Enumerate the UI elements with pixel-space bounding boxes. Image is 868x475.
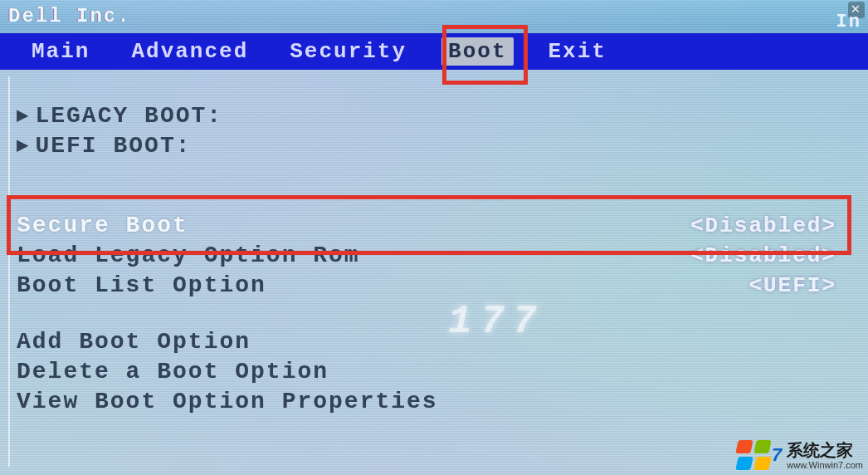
option-value[interactable]: <UEFI> [749, 271, 836, 301]
action-label: Delete a Boot Option [17, 357, 329, 387]
chevron-right-icon: ▶ [17, 131, 30, 161]
option-load-legacy-oprom[interactable]: Load Legacy Option Rom <Disabled> [17, 241, 860, 271]
option-boot-list[interactable]: Boot List Option <UEFI> [17, 271, 860, 301]
menu-main[interactable]: Main [25, 37, 96, 66]
option-value[interactable]: <Disabled> [690, 241, 836, 271]
watermark: 7 系统之家 www.Winwin7.com [737, 439, 863, 470]
uefi-boot-header[interactable]: ▶UEFI BOOT: [17, 131, 860, 161]
watermark-url: www.Winwin7.com [787, 460, 863, 470]
windows-logo-icon [737, 440, 770, 470]
menu-advanced[interactable]: Advanced [124, 37, 255, 66]
option-value[interactable]: <Disabled> [690, 211, 836, 241]
action-label: Add Boot Option [17, 327, 251, 357]
action-label: View Boot Option Properties [17, 387, 438, 417]
menu-boot[interactable]: Boot [441, 37, 513, 66]
option-label: Boot List Option [17, 271, 266, 301]
legacy-boot-header[interactable]: ▶LEGACY BOOT: [17, 101, 860, 131]
option-label: Load Legacy Option Rom [17, 241, 360, 271]
bios-screen: ✕ Dell Inc. In Main Advanced Security Bo… [0, 0, 868, 475]
action-view-boot-option-properties[interactable]: View Boot Option Properties [17, 387, 860, 417]
menu-security[interactable]: Security [283, 37, 413, 66]
top-right-text: In [836, 12, 861, 32]
menu-exit[interactable]: Exit [542, 37, 613, 66]
uefi-boot-label: UEFI BOOT: [35, 133, 191, 159]
boot-panel: ▶LEGACY BOOT: ▶UEFI BOOT: Secure Boot <D… [8, 76, 860, 467]
watermark-seven: 7 [772, 444, 782, 466]
option-secure-boot[interactable]: Secure Boot <Disabled> [17, 211, 860, 241]
watermark-brand: 系统之家 [787, 441, 853, 459]
legacy-boot-label: LEGACY BOOT: [35, 103, 222, 129]
action-delete-boot-option[interactable]: Delete a Boot Option [17, 357, 860, 387]
vendor-label: Dell Inc. [8, 5, 131, 27]
action-add-boot-option[interactable]: Add Boot Option [17, 327, 860, 357]
menu-bar: Main Advanced Security Boot Exit [0, 33, 868, 70]
chevron-right-icon: ▶ [17, 101, 30, 131]
option-label: Secure Boot [17, 211, 188, 241]
